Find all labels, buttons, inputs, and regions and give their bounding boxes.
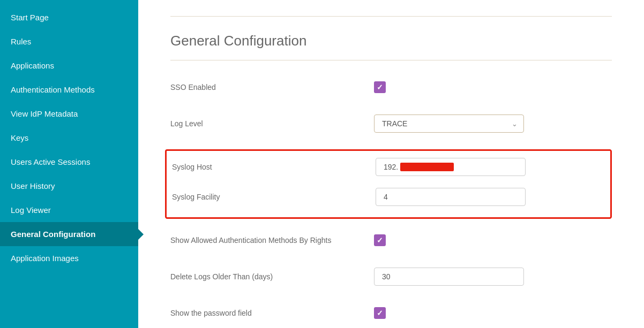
sidebar: Start PageRulesApplicationsAuthenticatio… (0, 0, 138, 328)
redacted-bar (400, 163, 454, 171)
sso-enabled-row: SSO Enabled (170, 77, 612, 98)
syslog-host-label: Syslog Host (172, 163, 376, 171)
show-password-label: Show the password field (170, 309, 374, 317)
show-password-checkbox-wrapper (374, 307, 545, 319)
sidebar-item-application-images[interactable]: Application Images (0, 246, 138, 270)
show-password-checkbox[interactable] (374, 307, 386, 319)
log-level-row: Log Level TRACE DEBUG INFO WARN ERROR ⌄ (170, 113, 612, 134)
sidebar-item-users-active-sessions[interactable]: Users Active Sessions (0, 150, 138, 174)
sidebar-item-authentication-methods[interactable]: Authentication Methods (0, 78, 138, 102)
syslog-facility-label: Syslog Facility (172, 193, 376, 201)
syslog-facility-input-wrapper (376, 188, 547, 206)
sidebar-item-user-history[interactable]: User History (0, 174, 138, 198)
sidebar-item-general-configuration[interactable]: General Configuration (0, 222, 138, 246)
log-level-select[interactable]: TRACE DEBUG INFO WARN ERROR (374, 115, 524, 133)
delete-logs-input[interactable] (374, 268, 524, 286)
second-divider (170, 60, 612, 60)
sidebar-item-applications[interactable]: Applications (0, 54, 138, 78)
syslog-host-row: Syslog Host 192. (172, 156, 600, 178)
page-title: General Configuration (170, 33, 612, 49)
syslog-facility-row: Syslog Facility (172, 186, 600, 208)
syslog-highlight-box: Syslog Host 192. Syslog Facility (165, 149, 612, 219)
main-content: General Configuration SSO Enabled Log Le… (138, 0, 644, 328)
show-auth-methods-label: Show Allowed Authentication Methods By R… (170, 236, 374, 245)
sidebar-item-rules[interactable]: Rules (0, 29, 138, 54)
show-auth-methods-checkbox[interactable] (374, 234, 386, 246)
syslog-host-prefix: 192. (384, 163, 398, 171)
show-password-row: Show the password field (170, 302, 612, 324)
show-auth-methods-row: Show Allowed Authentication Methods By R… (170, 230, 612, 251)
delete-logs-row: Delete Logs Older Than (days) (170, 266, 612, 287)
sso-enabled-label: SSO Enabled (170, 83, 374, 91)
top-divider (170, 16, 612, 17)
syslog-host-display[interactable]: 192. (376, 158, 526, 176)
sidebar-item-keys[interactable]: Keys (0, 126, 138, 150)
sidebar-item-log-viewer[interactable]: Log Viewer (0, 198, 138, 222)
sso-enabled-checkbox[interactable] (374, 81, 386, 93)
show-auth-methods-checkbox-wrapper (374, 234, 545, 246)
delete-logs-label: Delete Logs Older Than (days) (170, 272, 374, 281)
sso-enabled-checkbox-wrapper (374, 81, 545, 93)
log-level-select-wrapper: TRACE DEBUG INFO WARN ERROR ⌄ (374, 115, 545, 133)
delete-logs-input-wrapper (374, 268, 545, 286)
log-level-dropdown[interactable]: TRACE DEBUG INFO WARN ERROR ⌄ (374, 115, 524, 133)
log-level-label: Log Level (170, 119, 374, 128)
syslog-host-input-wrapper: 192. (376, 158, 547, 176)
sidebar-item-view-idp-metadata[interactable]: View IdP Metadata (0, 102, 138, 126)
syslog-facility-input[interactable] (376, 188, 526, 206)
sidebar-item-start-page[interactable]: Start Page (0, 5, 138, 29)
